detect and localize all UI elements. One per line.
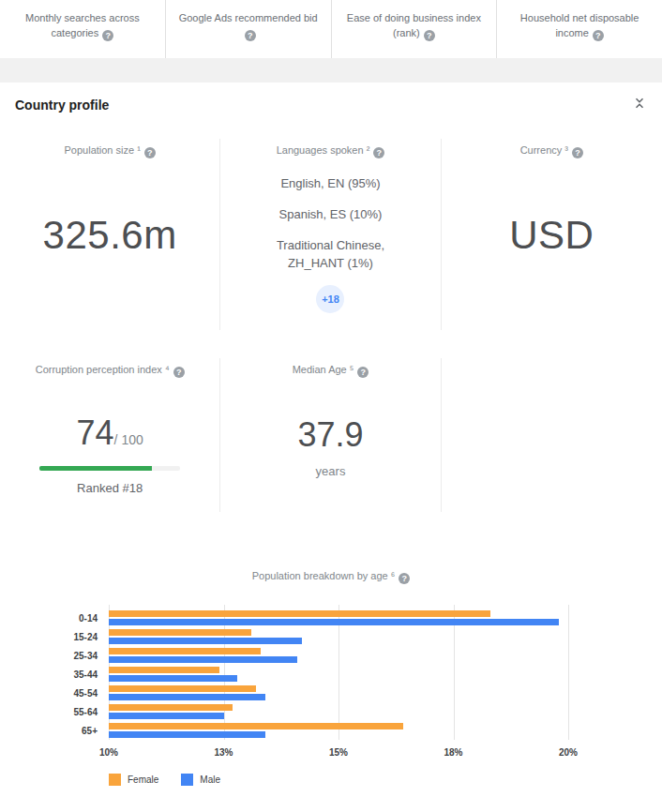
country-profile-card: Country profile Population size ¹ 325.6m… xyxy=(0,83,662,812)
corruption-label-text: Corruption perception index ⁴ xyxy=(36,364,170,375)
help-icon[interactable] xyxy=(572,147,583,158)
age-group-label: 45-54 xyxy=(54,688,109,699)
language-item: Spanish, ES (10%) xyxy=(248,206,413,224)
language-item: English, EN (95%) xyxy=(248,175,413,193)
currency-label-text: Currency ³ xyxy=(520,144,568,156)
age-group-label: 0-14 xyxy=(54,613,109,624)
population-label: Population size ¹ xyxy=(11,144,208,158)
empty-cell xyxy=(442,358,662,512)
profile-row-2: Corruption perception index ⁴ 74/ 100 Ra… xyxy=(0,358,662,512)
population-value: 325.6m xyxy=(11,213,208,258)
corruption-progress-fill xyxy=(39,466,152,471)
x-tick-label: 13% xyxy=(214,747,233,758)
chart-title: Population breakdown by age ⁶ xyxy=(0,570,662,584)
population-label-text: Population size ¹ xyxy=(65,144,141,156)
chart-title-text: Population breakdown by age ⁶ xyxy=(252,570,396,581)
female-bar xyxy=(109,648,261,654)
help-icon[interactable] xyxy=(173,367,185,378)
help-icon[interactable] xyxy=(102,30,113,41)
bar-group xyxy=(109,667,568,682)
page-title: Country profile xyxy=(15,98,109,113)
more-languages-badge[interactable]: +18 xyxy=(316,285,344,313)
female-bar xyxy=(109,629,251,636)
chart-row: 35-44 xyxy=(54,667,568,682)
median-age-cell: Median Age ⁵ 37.9 years xyxy=(220,358,441,512)
languages-label: Languages spoken ² xyxy=(232,144,429,158)
metric-header-3: Ease of doing business index (rank) xyxy=(331,0,497,58)
population-breakdown-chart: Population breakdown by age ⁶ 0-1415-242… xyxy=(0,570,662,786)
x-tick-label: 15% xyxy=(329,747,348,758)
bar-group xyxy=(109,685,568,700)
chart-plot-area: 0-1415-2425-3435-4445-5455-6465+ xyxy=(54,610,568,738)
help-icon[interactable] xyxy=(593,30,604,41)
section-divider-band xyxy=(0,58,662,83)
x-tick-label: 10% xyxy=(99,747,118,758)
languages-list: English, EN (95%)Spanish, ES (10%)Tradit… xyxy=(232,175,429,272)
female-bar xyxy=(109,723,403,729)
male-bar xyxy=(109,713,224,719)
corruption-progress-track xyxy=(39,466,180,471)
chart-row: 25-34 xyxy=(54,648,568,663)
bar-group xyxy=(109,629,568,644)
language-item: Traditional Chinese, ZH_HANT (1%) xyxy=(248,237,413,273)
corruption-score-value: 74 xyxy=(77,414,114,452)
help-icon[interactable] xyxy=(399,573,410,584)
legend-label: Male xyxy=(200,774,220,785)
legend-swatch xyxy=(181,774,193,786)
help-icon[interactable] xyxy=(424,30,435,41)
collapse-section-button[interactable] xyxy=(632,98,647,113)
age-group-label: 25-34 xyxy=(54,651,109,661)
female-bar xyxy=(109,685,256,692)
metric-header-4: Household net disposable income xyxy=(496,0,662,58)
male-bar xyxy=(109,619,559,625)
metric-header-label: Google Ads recommended bid xyxy=(179,12,318,23)
median-age-value: 37.9 xyxy=(232,415,429,455)
x-tick-label: 20% xyxy=(559,747,578,758)
currency-value: USD xyxy=(453,213,651,258)
corruption-rank: Ranked #18 xyxy=(11,481,208,495)
female-bar xyxy=(109,667,219,673)
chart-x-axis: 10%13%15%18%20% xyxy=(109,747,568,760)
bar-group xyxy=(109,723,568,738)
corruption-score-denominator: / 100 xyxy=(114,432,143,447)
chart-row: 45-54 xyxy=(54,685,568,700)
currency-label: Currency ³ xyxy=(453,144,651,158)
male-bar xyxy=(109,656,297,663)
male-bar xyxy=(109,638,302,644)
age-group-label: 55-64 xyxy=(54,707,109,717)
languages-cell: Languages spoken ² English, EN (95%)Span… xyxy=(220,139,441,330)
profile-row-1: Population size ¹ 325.6m Languages spoke… xyxy=(0,139,662,330)
legend-label: Female xyxy=(128,774,158,785)
male-bar xyxy=(109,675,237,682)
collapse-icon xyxy=(633,97,646,113)
chart-row: 65+ xyxy=(54,723,568,738)
currency-cell: Currency ³ USD xyxy=(442,139,662,330)
legend-item-male: Male xyxy=(181,774,220,786)
median-age-label: Median Age ⁵ xyxy=(232,364,429,378)
age-group-label: 35-44 xyxy=(54,669,109,680)
metric-header-2: Google Ads recommended bid xyxy=(165,0,331,58)
languages-label-text: Languages spoken ² xyxy=(277,144,370,156)
metric-header-label: Ease of doing business index (rank) xyxy=(347,12,481,38)
median-age-unit: years xyxy=(232,464,429,478)
help-icon[interactable] xyxy=(245,30,256,41)
corruption-label: Corruption perception index ⁴ xyxy=(11,364,208,378)
help-icon[interactable] xyxy=(373,147,384,158)
help-icon[interactable] xyxy=(357,367,369,378)
corruption-score: 74/ 100 xyxy=(11,414,208,453)
chart-row: 0-14 xyxy=(54,610,568,625)
age-group-label: 65+ xyxy=(54,726,109,736)
median-age-label-text: Median Age ⁵ xyxy=(293,364,354,375)
bar-group xyxy=(109,610,568,625)
chart-row: 15-24 xyxy=(54,629,568,644)
metric-header-label: Household net disposable income xyxy=(520,12,639,38)
legend-item-female: Female xyxy=(109,774,158,786)
x-tick-label: 18% xyxy=(444,747,462,758)
help-icon[interactable] xyxy=(144,147,156,158)
population-cell: Population size ¹ 325.6m xyxy=(0,139,220,330)
card-header: Country profile xyxy=(0,98,662,113)
chart-legend: FemaleMale xyxy=(109,774,662,786)
bar-group xyxy=(109,648,568,663)
legend-swatch xyxy=(109,774,121,786)
male-bar xyxy=(109,694,265,700)
